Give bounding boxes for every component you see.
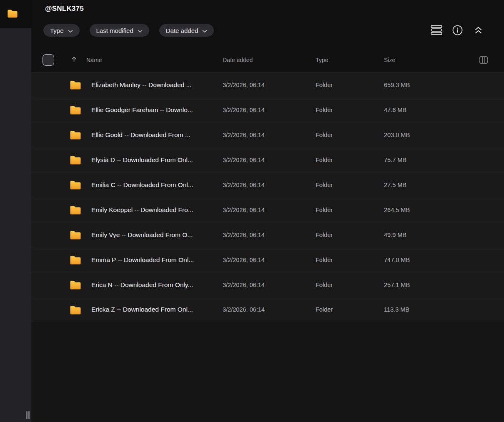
app-folder-icon: [7, 9, 18, 20]
file-name: Elizabeth Manley -- Downloaded ...: [91, 81, 223, 89]
file-date-added: 3/2/2026, 06:14: [223, 182, 316, 188]
file-date-added: 3/2/2026, 06:14: [223, 207, 316, 213]
table-row[interactable]: Emilia C -- Downloaded From Onl... 3/2/2…: [31, 172, 504, 197]
file-size: 203.0 MB: [384, 132, 479, 138]
sidebar-resize-handle[interactable]: [25, 410, 30, 420]
main-content: @SNLK375 Type Last modified Date added: [31, 0, 504, 422]
folder-icon: [70, 205, 91, 215]
column-header-date-added[interactable]: Date added: [223, 57, 316, 63]
file-date-added: 3/2/2026, 06:14: [223, 232, 316, 238]
table-row[interactable]: Erica N -- Downloaded From Only... 3/2/2…: [31, 272, 504, 297]
file-type: Folder: [316, 157, 384, 163]
chevron-down-icon: [68, 27, 73, 34]
table-row[interactable]: Emily Koeppel -- Downloaded Fro... 3/2/2…: [31, 197, 504, 222]
sidebar: [0, 0, 31, 422]
file-size: 659.3 MB: [384, 82, 479, 88]
folder-icon: [70, 155, 91, 165]
file-name: Emma P -- Downloaded From Onl...: [91, 256, 223, 264]
filter-last-modified-label: Last modified: [96, 27, 133, 34]
list-view-icon[interactable]: [431, 24, 442, 36]
chevron-down-icon: [138, 27, 143, 34]
file-name: Emilia C -- Downloaded From Onl...: [91, 181, 223, 189]
file-name: Ellie Goodger Fareham -- Downlo...: [91, 106, 223, 114]
file-size: 113.3 MB: [384, 306, 479, 313]
folder-icon: [70, 180, 91, 190]
sidebar-top-block: [0, 0, 31, 28]
top-bar: @SNLK375 Type Last modified Date added: [31, 0, 504, 72]
file-size: 49.9 MB: [384, 232, 479, 238]
file-name: Elysia D -- Downloaded From Onl...: [91, 156, 223, 164]
info-icon[interactable]: [451, 24, 463, 36]
filter-type-label: Type: [50, 27, 64, 34]
folder-icon: [70, 130, 91, 140]
file-type: Folder: [316, 182, 384, 188]
file-name: Erica N -- Downloaded From Only...: [91, 281, 223, 289]
table-row[interactable]: Emily Vye -- Downloaded From O... 3/2/20…: [31, 222, 504, 247]
table-row[interactable]: Emma P -- Downloaded From Onl... 3/2/202…: [31, 247, 504, 272]
column-header-size[interactable]: Size: [384, 57, 479, 63]
columns-icon[interactable]: [479, 55, 488, 65]
column-header-name[interactable]: Name: [86, 57, 223, 63]
table-header: Name Date added Type Size: [31, 48, 504, 72]
file-size: 264.5 MB: [384, 207, 479, 213]
chevron-down-icon: [202, 27, 207, 34]
filter-type-button[interactable]: Type: [43, 24, 80, 37]
folder-icon: [70, 105, 91, 115]
folder-icon: [70, 255, 91, 265]
file-date-added: 3/2/2026, 06:14: [223, 306, 316, 313]
file-type: Folder: [316, 232, 384, 238]
file-name: Emily Koeppel -- Downloaded Fro...: [91, 206, 223, 214]
toolbar-actions: [431, 24, 484, 36]
filter-date-added-button[interactable]: Date added: [159, 24, 214, 37]
table-row[interactable]: Elysia D -- Downloaded From Onl... 3/2/2…: [31, 147, 504, 172]
file-date-added: 3/2/2026, 06:14: [223, 257, 316, 263]
table-row[interactable]: Elizabeth Manley -- Downloaded ... 3/2/2…: [31, 72, 504, 97]
filter-date-added-label: Date added: [166, 27, 198, 34]
collapse-up-icon[interactable]: [472, 24, 484, 36]
filter-last-modified-button[interactable]: Last modified: [90, 24, 149, 37]
arrow-up-icon: [70, 56, 78, 64]
file-size: 257.1 MB: [384, 282, 479, 288]
table-row[interactable]: Ellie Goold -- Downloaded From ... 3/2/2…: [31, 122, 504, 147]
folder-icon: [70, 80, 91, 90]
file-type: Folder: [316, 306, 384, 313]
file-type: Folder: [316, 82, 384, 88]
select-all-checkbox[interactable]: [43, 54, 54, 66]
file-type: Folder: [316, 132, 384, 138]
file-type: Folder: [316, 257, 384, 263]
file-list: Elizabeth Manley -- Downloaded ... 3/2/2…: [31, 72, 504, 322]
file-size: 75.7 MB: [384, 157, 479, 163]
file-date-added: 3/2/2026, 06:14: [223, 107, 316, 113]
file-date-added: 3/2/2026, 06:14: [223, 82, 316, 88]
file-size: 27.5 MB: [384, 182, 479, 188]
table-row[interactable]: Ericka Z -- Downloaded From Onl... 3/2/2…: [31, 297, 504, 322]
column-header-type[interactable]: Type: [316, 57, 384, 63]
file-date-added: 3/2/2026, 06:14: [223, 282, 316, 288]
file-date-added: 3/2/2026, 06:14: [223, 132, 316, 138]
page-title: @SNLK375: [45, 5, 84, 13]
folder-icon: [70, 280, 91, 290]
file-name: Emily Vye -- Downloaded From O...: [91, 231, 223, 239]
file-size: 47.6 MB: [384, 107, 479, 113]
file-size: 747.0 MB: [384, 257, 479, 263]
table-row[interactable]: Ellie Goodger Fareham -- Downlo... 3/2/2…: [31, 97, 504, 122]
folder-icon: [70, 230, 91, 240]
file-type: Folder: [316, 282, 384, 288]
file-name: Ellie Goold -- Downloaded From ...: [91, 131, 223, 139]
file-name: Ericka Z -- Downloaded From Onl...: [91, 306, 223, 313]
file-type: Folder: [316, 207, 384, 213]
file-date-added: 3/2/2026, 06:14: [223, 157, 316, 163]
file-type: Folder: [316, 107, 384, 113]
filter-bar: Type Last modified Date added: [43, 24, 214, 37]
folder-icon: [70, 305, 91, 315]
